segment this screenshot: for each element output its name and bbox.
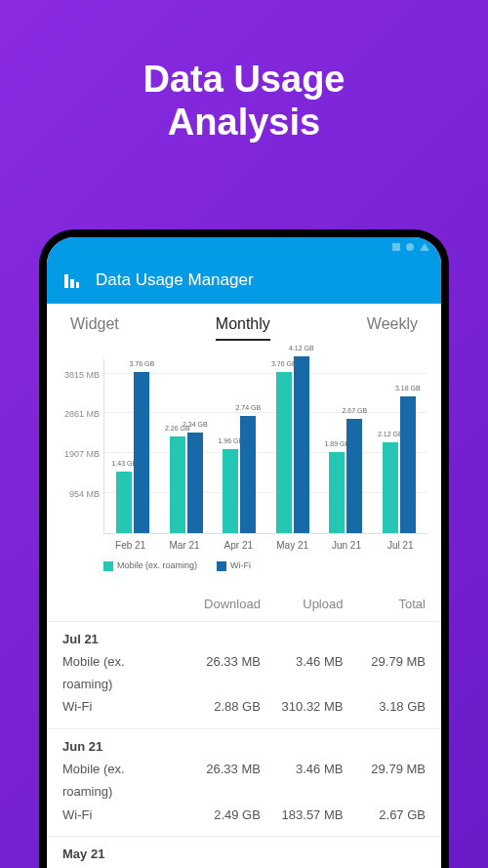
swatch-mobile-icon <box>103 561 113 571</box>
row-label: Mobile (ex. roaming) <box>62 758 178 804</box>
status-indicator-circle <box>406 243 414 251</box>
table-row: Mobile (ex. roaming)26.33 MB3.46 MB29.79… <box>62 650 426 696</box>
row-download: 26.33 MB <box>178 758 261 804</box>
month-block: May 21Mobile (ex. roaming)26.33 MB3.46 M… <box>47 836 441 868</box>
month-title: Jul 21 <box>62 632 426 646</box>
bar-value-label: 3.18 GB <box>395 385 421 392</box>
bar-mobile: 3.76 GB <box>276 372 292 533</box>
bar-value-label: 4.12 GB <box>289 345 314 351</box>
bar-value-label: 2.34 GB <box>183 421 208 428</box>
bar-wifi: 4.12 GB <box>294 356 309 533</box>
chart-y-axis: 954 MB1907 MB2861 MB3815 MB <box>61 358 103 534</box>
bar-group: 2.26 GB2.34 GB <box>167 433 206 533</box>
row-upload: 3.46 MB <box>261 650 344 696</box>
row-label: Mobile (ex. roaming) <box>62 650 178 696</box>
row-download: 26.33 MB <box>178 650 261 696</box>
bar-chart-icon <box>62 270 82 290</box>
x-tick-label: May 21 <box>273 540 312 551</box>
chart-area: 954 MB1907 MB2861 MB3815 MB 1.43 GB3.76 … <box>47 341 441 579</box>
row-label: Wi-Fi <box>62 695 178 718</box>
svg-rect-1 <box>70 279 74 288</box>
status-bar <box>47 237 441 257</box>
x-tick-label: Jul 21 <box>381 540 420 551</box>
bar-wifi: 2.67 GB <box>346 419 362 533</box>
chart-x-axis: Feb 21Mar 21Apr 21May 21Jun 21Jul 21 <box>103 540 427 551</box>
bar-value-label: 3.76 GB <box>129 360 154 367</box>
table-body: Jul 21Mobile (ex. roaming)26.33 MB3.46 M… <box>47 621 441 868</box>
chart-legend: Mobile (ex. roaming) Wi-Fi <box>103 560 427 571</box>
row-download: 2.88 GB <box>178 695 261 718</box>
bar-value-label: 1.43 GB <box>111 460 137 467</box>
row-upload: 183.57 MB <box>261 804 344 826</box>
bar-wifi: 3.18 GB <box>400 396 416 533</box>
table-header-download: Download <box>178 597 261 611</box>
legend-wifi-label: Wi-Fi <box>230 560 251 570</box>
y-tick-label: 3815 MB <box>64 370 100 380</box>
bar-value-label: 3.76 GB <box>271 360 297 367</box>
bar-mobile: 2.26 GB <box>170 436 185 533</box>
bar-value-label: 2.74 GB <box>235 404 261 411</box>
table-row: Mobile (ex. roaming)26.33 MB3.46 MB29.79… <box>62 758 426 804</box>
chart-plot: 1.43 GB3.76 GB2.26 GB2.34 GB1.96 GB2.74 … <box>103 358 427 534</box>
bar-group: 1.43 GB3.76 GB <box>113 372 152 533</box>
row-total: 2.67 GB <box>343 804 426 826</box>
swatch-wifi-icon <box>217 561 226 571</box>
x-tick-label: Jun 21 <box>327 540 366 551</box>
x-tick-label: Apr 21 <box>219 540 258 551</box>
bar-group: 2.12 GB3.18 GB <box>380 396 419 533</box>
tab-monthly[interactable]: Monthly <box>216 315 270 341</box>
y-tick-label: 954 MB <box>69 489 100 499</box>
bar-value-label: 1.96 GB <box>218 437 243 444</box>
row-total: 3.18 GB <box>343 695 426 718</box>
table-header-spacer <box>62 597 178 611</box>
status-indicator-square <box>392 243 400 251</box>
row-total: 29.79 MB <box>343 650 426 696</box>
row-upload: 310.32 MB <box>261 695 344 718</box>
table-header-total: Total <box>343 597 426 611</box>
month-block: Jul 21Mobile (ex. roaming)26.33 MB3.46 M… <box>47 621 441 728</box>
promo-title: Data Usage Analysis <box>0 59 488 144</box>
bar-group: 1.96 GB2.74 GB <box>220 416 259 533</box>
phone-screen: Data Usage Manager Widget Monthly Weekly… <box>47 237 441 868</box>
bar-mobile: 2.12 GB <box>383 442 398 533</box>
status-indicator-triangle <box>420 243 429 251</box>
row-total: 29.79 MB <box>343 758 426 804</box>
bar-group: 1.89 GB2.67 GB <box>326 419 365 533</box>
table-header-upload: Upload <box>261 597 344 611</box>
y-tick-label: 1907 MB <box>64 449 100 459</box>
chart: 954 MB1907 MB2861 MB3815 MB 1.43 GB3.76 … <box>61 358 427 534</box>
bar-mobile: 1.43 GB <box>116 472 132 533</box>
legend-mobile: Mobile (ex. roaming) <box>103 560 197 571</box>
y-tick-label: 2861 MB <box>64 409 100 419</box>
bar-wifi: 3.76 GB <box>134 372 149 533</box>
x-tick-label: Mar 21 <box>165 540 204 551</box>
bar-value-label: 2.12 GB <box>378 431 403 437</box>
month-title: May 21 <box>62 847 426 861</box>
table-row: Wi-Fi2.88 GB310.32 MB3.18 GB <box>62 695 426 718</box>
app-title: Data Usage Manager <box>96 270 254 290</box>
row-download: 2.49 GB <box>178 804 261 826</box>
bar-value-label: 2.67 GB <box>342 407 367 414</box>
app-bar: Data Usage Manager <box>47 257 441 304</box>
tabs: Widget Monthly Weekly <box>47 304 441 341</box>
bar-wifi: 2.34 GB <box>187 433 203 533</box>
row-upload: 3.46 MB <box>261 758 344 804</box>
bar-wifi: 2.74 GB <box>240 416 256 533</box>
legend-wifi: Wi-Fi <box>217 560 251 571</box>
legend-mobile-label: Mobile (ex. roaming) <box>117 560 197 570</box>
bar-value-label: 1.89 GB <box>324 440 349 447</box>
phone-frame: Data Usage Manager Widget Monthly Weekly… <box>39 229 449 868</box>
table-row: Wi-Fi2.49 GB183.57 MB2.67 GB <box>62 804 426 826</box>
tab-widget[interactable]: Widget <box>70 315 119 341</box>
x-tick-label: Feb 21 <box>111 540 150 551</box>
tab-weekly[interactable]: Weekly <box>367 315 418 341</box>
bar-group: 3.76 GB4.12 GB <box>273 356 312 533</box>
svg-rect-0 <box>64 274 68 288</box>
svg-rect-2 <box>76 282 79 288</box>
bar-mobile: 1.96 GB <box>223 449 238 533</box>
promo-title-line1: Data Usage <box>0 59 488 102</box>
row-label: Wi-Fi <box>62 804 178 826</box>
month-block: Jun 21Mobile (ex. roaming)26.33 MB3.46 M… <box>47 728 441 836</box>
table-header: Download Upload Total <box>47 579 441 621</box>
bar-mobile: 1.89 GB <box>329 452 345 533</box>
